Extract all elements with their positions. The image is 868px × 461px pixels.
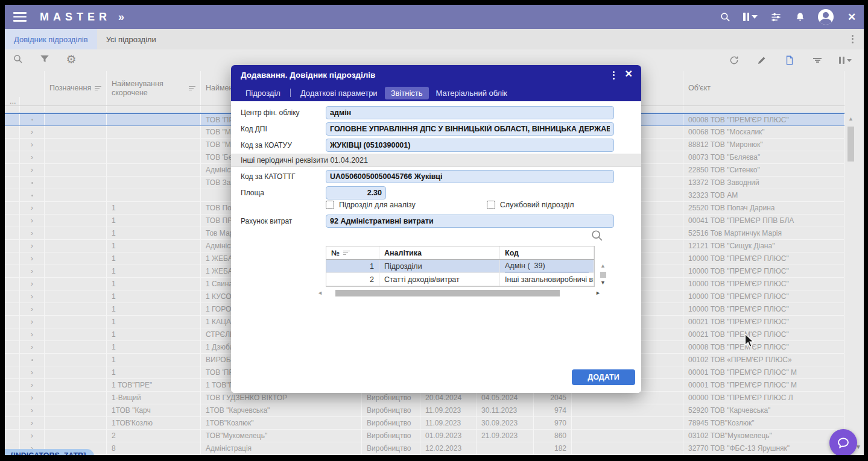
grid-search-icon[interactable] [12, 53, 24, 65]
more-menu-icon[interactable] [849, 33, 855, 45]
leaf-dot-icon [31, 119, 33, 121]
row-expander[interactable]: › [20, 164, 45, 177]
chevron-right-icon: › [31, 407, 33, 413]
chevron-right-icon: › [31, 154, 33, 160]
area-input[interactable] [326, 186, 386, 199]
cell-object: 00001 ТОВ "ПРЕМ'ЄР ПЛЮС" М [683, 366, 844, 379]
col-header-short-name[interactable]: Найменування скорочене [107, 71, 201, 105]
row-expander[interactable]: › [20, 417, 45, 430]
dialog-tab-0[interactable]: Підрозділ [239, 87, 287, 99]
tab-all-departments[interactable]: Усі підрозділи [97, 29, 165, 49]
search-icon[interactable] [719, 11, 731, 23]
gear-icon[interactable]: ⚙ [65, 53, 77, 65]
table-row[interactable]: ›1-ВищийТОВ ГУДЗЕНКО ВІКТОРВиробництво20… [5, 392, 844, 404]
sliders-icon[interactable] [770, 11, 782, 23]
row-indicator-cell [5, 341, 20, 354]
row-expander[interactable] [20, 189, 45, 202]
dpi-input[interactable] [326, 122, 614, 136]
table-row[interactable]: ›8АдміністраціяВиробництво12.02.20231823… [5, 442, 844, 455]
row-expander[interactable]: › [20, 126, 45, 139]
row-expander[interactable]: › [20, 202, 45, 215]
refresh-icon[interactable] [728, 54, 740, 66]
vertical-scrollbar-thumb[interactable] [847, 127, 854, 162]
dialog-tab-3[interactable]: Матеріальний облік [430, 87, 513, 99]
pause-view-icon[interactable] [839, 57, 852, 64]
analytics-scroll-down-icon[interactable]: ▼ [600, 280, 606, 286]
row-expander[interactable]: › [20, 303, 45, 316]
row-expander[interactable]: › [20, 328, 45, 341]
sort-icon[interactable] [343, 249, 350, 256]
katottg-input[interactable] [326, 170, 614, 183]
dialog-tab-1[interactable]: Додаткові параметри [294, 87, 384, 99]
pause-menu-icon[interactable] [743, 13, 758, 21]
row-expander[interactable]: › [20, 290, 45, 303]
edit-icon[interactable] [756, 54, 768, 66]
dialog-menu-icon[interactable] [613, 69, 615, 81]
row-expander[interactable]: › [20, 341, 45, 354]
row-expander[interactable]: › [20, 404, 45, 417]
fin-center-input[interactable] [326, 106, 614, 119]
col-header-mark[interactable]: Позначення [45, 71, 107, 105]
table-row[interactable]: ›2ТОВ"Мукомелець"Виробництво01.09.202321… [5, 430, 844, 442]
sort-icon[interactable] [95, 85, 101, 92]
chevron-right-icon: › [31, 382, 33, 388]
dialog-tab-2[interactable]: Звітність [385, 87, 429, 99]
analytics-row[interactable]: 2Статті доходів/витратІнші загальновироб… [326, 273, 594, 286]
new-document-icon[interactable] [784, 54, 796, 66]
analytics-hscroll-thumb[interactable] [335, 290, 560, 296]
close-icon[interactable]: ✕ [846, 11, 858, 23]
row-expander[interactable]: › [20, 265, 45, 278]
scroll-up-icon[interactable]: ▲ [848, 116, 854, 122]
tab-directory[interactable]: Довідник підрозділів [5, 29, 97, 49]
dialog-close-icon[interactable]: ✕ [625, 68, 633, 80]
analytics-hscrollbar[interactable]: ◄ ► [326, 289, 595, 298]
row-expander[interactable]: › [20, 316, 45, 328]
analytics-cell-name: Підрозділи [379, 260, 500, 272]
scroll-left-icon[interactable]: ◄ [317, 290, 323, 296]
row-expander[interactable]: › [20, 139, 45, 151]
cell-mark [45, 202, 107, 215]
row-indicator-cell [5, 215, 20, 227]
row-expander[interactable]: › [20, 392, 45, 404]
chat-fab-button[interactable] [829, 429, 857, 455]
bell-icon[interactable] [794, 11, 806, 23]
cell-short-name: 1ТОВ'Козлю [107, 417, 201, 430]
analytics-code-value[interactable]: Адмін ( 39) [505, 260, 589, 272]
row-expander[interactable]: › [20, 278, 45, 290]
analysis-checkbox[interactable] [326, 201, 334, 209]
koatuu-input[interactable] [326, 139, 614, 152]
cell-object: 88812 ТОВ "Миронюк" [683, 139, 844, 151]
row-expander[interactable]: › [20, 366, 45, 379]
row-expander[interactable]: › [20, 240, 45, 252]
sort-icon[interactable] [189, 85, 195, 92]
table-row[interactable]: ›1ТОВ'Козлю1ТОВ"Козлюк"Виробництво11.09.… [5, 417, 844, 430]
filter-icon[interactable] [39, 53, 51, 65]
row-expander[interactable]: › [20, 151, 45, 164]
analytics-vscroll-thumb[interactable] [600, 272, 606, 278]
service-checkbox[interactable] [487, 201, 495, 209]
analytics-cell-code: Інші загальновиробничі витрати [500, 273, 594, 286]
tab-separator [290, 89, 291, 97]
row-expander[interactable]: › [20, 430, 45, 442]
analytics-row[interactable]: 1ПідрозділиАдмін ( 39) [326, 260, 594, 273]
row-expander[interactable]: › [20, 227, 45, 240]
analysis-checkbox-item[interactable]: Підрозділ для аналізу [326, 201, 416, 209]
menu-icon[interactable] [13, 10, 27, 24]
row-expander[interactable] [20, 114, 45, 125]
row-expander[interactable]: › [20, 215, 45, 227]
row-expander[interactable] [20, 177, 45, 189]
filter-lines-icon[interactable] [811, 54, 823, 66]
expense-account-input[interactable] [326, 215, 614, 228]
col-header-object[interactable]: Об'єкт [683, 71, 844, 105]
scroll-right-icon[interactable]: ► [595, 290, 601, 296]
row-expander[interactable] [20, 354, 45, 366]
lookup-search-icon[interactable] [591, 229, 604, 245]
service-checkbox-item[interactable]: Службовий підрозділ [487, 201, 574, 209]
user-avatar[interactable] [818, 9, 834, 25]
row-expander[interactable]: › [20, 379, 45, 392]
add-button[interactable]: ДОДАТИ [572, 369, 635, 385]
row-expander[interactable]: › [20, 252, 45, 265]
cell-mark [45, 177, 107, 189]
table-row[interactable]: ›1ТОВ "Карч1ТОВ "Карчевська"Виробництво1… [5, 404, 844, 417]
analytics-scroll-up-icon[interactable]: ▲ [600, 263, 606, 269]
